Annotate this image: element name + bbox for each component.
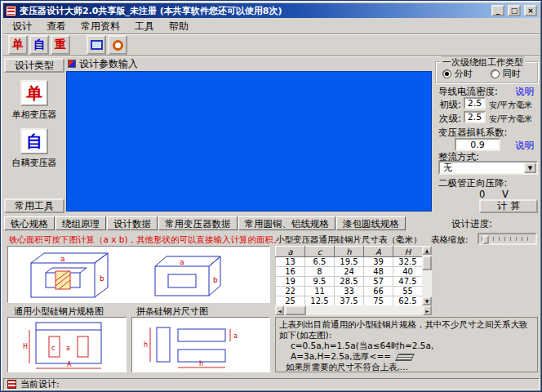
table-header-row: a c h A H [276, 247, 423, 257]
toolbar-redesign-button[interactable]: 重 [51, 35, 70, 55]
diode-drop-label: 二极管正向压降: [438, 177, 507, 189]
col-a: a [276, 247, 305, 257]
strip-dims-diagram: h h a [132, 318, 269, 372]
tab-design-data[interactable]: 设计数据 [107, 216, 158, 230]
core-table-title: 小型变压器通用硅钢片尺寸表（毫米） [276, 234, 422, 246]
cell: 19.5 [335, 257, 364, 267]
sidebar-item-single-phase[interactable]: 单 [20, 80, 48, 106]
loss-factor-input[interactable] [455, 138, 500, 151]
primary-label: 初级: [439, 99, 461, 111]
table-row[interactable]: 19 9.5 28.5 57 47.5 [276, 277, 423, 287]
tab-winding-principle[interactable]: 绕组原理 [56, 216, 106, 230]
sidebar-header-design-type[interactable]: 设计类型 [4, 58, 64, 73]
core-size-table[interactable]: a c h A H 13 6.5 19.5 39 32.5 16 8 [275, 246, 423, 306]
table-row[interactable]: 13 6.5 19.5 39 32.5 [276, 257, 423, 267]
cell: 66 [364, 287, 393, 296]
table-vertical-scrollbar[interactable]: ▲ ▼ [422, 246, 432, 305]
cell: 37.5 [335, 296, 364, 306]
table-zoom-slider[interactable] [478, 233, 537, 245]
table-zoom-label: 表格缩放: [431, 234, 469, 246]
scroll-down-icon[interactable]: ▼ [422, 296, 432, 305]
tab-wire-spec[interactable]: 常用圆铜、铝线规格 [238, 216, 336, 230]
cell: 6.5 [305, 257, 335, 267]
sidebar-header-common-tools[interactable]: 常用工具 [4, 198, 64, 213]
secondary-density-input[interactable] [464, 111, 486, 123]
toolbar-view-button[interactable] [87, 35, 106, 55]
scroll-left-icon[interactable]: ◄ [275, 305, 284, 315]
core-3d-diagram-panel: a b a b [7, 246, 270, 303]
table-row[interactable]: 22 11 33 66 55 [276, 287, 423, 296]
radio-simultaneous-label[interactable]: 同时 [503, 69, 521, 79]
title-bar: 变压器设计大师2.0共享版_未注册 (本共享软件您还可以使用8次) _ □ × [3, 3, 540, 18]
radio-time-share-label[interactable]: 分时 [455, 69, 473, 79]
caption-ei-spec: 通用小型硅钢片规格图 [14, 305, 104, 318]
tab-core-spec[interactable]: 铁心规格 [4, 216, 55, 230]
svg-text:h: h [144, 341, 148, 349]
app-icon [6, 6, 16, 16]
menu-item-tools[interactable]: 工具 [127, 18, 162, 35]
svg-text:a: a [233, 332, 238, 340]
density-help-link[interactable]: 说明 [515, 86, 534, 98]
chevron-down-icon[interactable]: ▼ [524, 163, 536, 173]
secondary-label: 次级: [439, 113, 461, 125]
cell: 75 [364, 296, 393, 306]
cell: 25 [276, 296, 305, 306]
svg-text:a: a [66, 345, 70, 352]
rectifier-value: 无 [440, 162, 524, 174]
menu-item-design[interactable]: 设计 [5, 18, 39, 35]
radio-time-share[interactable]: 分时 [442, 68, 473, 80]
scroll-up-icon[interactable]: ▲ [422, 246, 432, 255]
sidebar-item-autotransformer[interactable]: 自 [20, 128, 48, 154]
calculate-button[interactable]: 计 算 [479, 199, 538, 213]
view-icon [91, 40, 103, 50]
svg-text:h: h [199, 360, 203, 368]
primary-density-input[interactable] [464, 97, 486, 109]
col-c: c [305, 247, 335, 257]
scroll-right-icon[interactable]: ► [423, 305, 432, 315]
cell: 13 [276, 257, 305, 267]
toolbar-single-phase-button[interactable]: 单 [8, 35, 28, 55]
rectifier-select[interactable]: 无 ▼ [438, 161, 538, 175]
menu-item-help[interactable]: 帮助 [162, 18, 196, 35]
core-3d-diagram: a b a b [8, 247, 271, 302]
secondary-unit: 安/平方毫米 [489, 114, 532, 125]
primary-unit: 安/平方毫米 [489, 100, 532, 111]
minimize-button[interactable]: _ [491, 5, 504, 16]
cell: 62.5 [393, 296, 423, 306]
ei-lamination-panel: a c H A [7, 317, 127, 372]
slider-thumb[interactable] [482, 235, 489, 244]
toolbar-exit-button[interactable] [108, 35, 127, 55]
toolbar-autotransformer-button[interactable]: 自 [29, 35, 49, 55]
canvas-label: 设计参数输入 [79, 57, 138, 71]
cell: 48 [364, 267, 393, 277]
hscroll-thumb[interactable] [285, 305, 306, 315]
cell: 11 [305, 287, 335, 296]
close-button[interactable]: × [524, 5, 537, 16]
cell: 19 [276, 277, 305, 287]
tab-common-transformer-data[interactable]: 常用变压器数据 [158, 216, 238, 230]
radio-simultaneous[interactable]: 同时 [491, 68, 521, 80]
maximize-button[interactable]: □ [508, 5, 521, 16]
menu-item-view[interactable]: 查看 [39, 18, 73, 35]
window-title: 变压器设计大师2.0共享版_未注册 (本共享软件您还可以使用8次) [20, 5, 488, 17]
loss-help-link[interactable]: 说明 [515, 140, 534, 152]
diode-drop-value: 0 [479, 189, 485, 200]
radio-time-share-dot[interactable] [442, 69, 451, 78]
radio-simultaneous-dot[interactable] [491, 69, 500, 78]
table-row[interactable]: 16 8 24 48 40 [276, 267, 423, 277]
col-H: H [393, 247, 423, 257]
vscroll-thumb[interactable] [422, 256, 432, 270]
cell: 8 [305, 267, 335, 277]
table-horizontal-scrollbar[interactable]: ◄ ► [275, 305, 432, 315]
design-progress-label: 设计进度: [451, 218, 492, 230]
menu-item-reference[interactable]: 常用资料 [73, 18, 127, 35]
note-formula-2: A=3a,H=2.5a,选厚<== [291, 351, 534, 362]
col-h: h [335, 247, 364, 257]
status-doc-icon [7, 380, 16, 389]
current-density-label: 导线电流密度: [438, 86, 498, 98]
table-row[interactable]: 25 12.5 37.5 75 62.5 [276, 296, 423, 306]
cell: 57 [364, 277, 393, 287]
svg-text:A: A [67, 361, 72, 368]
cell: 24 [335, 267, 364, 277]
tab-enameled-wire-spec[interactable]: 漆包圆线规格 [336, 216, 406, 230]
